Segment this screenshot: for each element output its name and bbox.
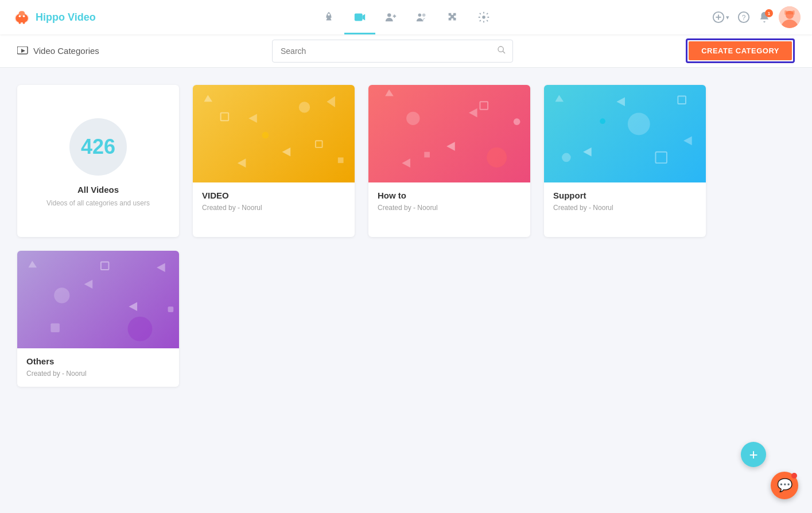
others-category-title: Others [26,356,170,366]
support-category-card[interactable]: Support Created by - Noorul [544,85,706,237]
categories-grid: 426 All Videos Videos of all categories … [17,85,706,237]
others-category-body: Others Created by - Noorul [17,348,179,387]
svg-marker-55 [683,136,692,145]
help-icon: ? [737,11,750,24]
svg-point-9 [387,13,391,17]
help-button[interactable]: ? [737,11,750,24]
svg-point-50 [628,113,650,135]
svg-rect-45 [514,118,520,125]
create-category-button[interactable]: CREATE CATEGORY [689,41,792,60]
svg-rect-58 [101,262,109,270]
howto-category-pattern [368,85,530,180]
main-content: 426 All Videos Videos of all categories … [0,68,812,513]
notifications-button[interactable]: 1 [758,11,771,24]
video-category-body: VIDEO Created by - Noorul [193,182,355,221]
svg-rect-40 [480,102,488,110]
svg-rect-61 [50,323,60,332]
nav-team-add[interactable] [375,0,406,34]
all-videos-card[interactable]: 426 All Videos Videos of all categories … [17,85,179,237]
svg-point-59 [54,287,69,303]
sub-header: Video Categories CREATE CATEGORY [0,34,812,68]
user-avatar[interactable] [779,6,801,28]
svg-rect-6 [23,21,25,24]
nav-video[interactable] [344,0,375,34]
logo-icon [11,7,32,28]
svg-point-14 [482,15,485,19]
nav-rocket[interactable] [313,0,344,34]
svg-rect-56 [600,118,605,124]
search-icon [497,45,506,57]
nav-settings[interactable] [468,0,499,34]
others-category-card[interactable]: Others Created by - Noorul [17,251,179,387]
notification-badge: 1 [765,9,773,17]
nav-users[interactable] [406,0,437,34]
svg-marker-53 [616,97,625,106]
rocket-icon [323,11,335,24]
others-category-pattern [17,251,179,345]
svg-rect-65 [168,306,174,312]
all-videos-circle: 426 [69,118,127,176]
plus-icon [712,11,725,24]
chat-fab-button[interactable]: 💬 [771,472,798,499]
svg-point-27 [498,46,503,52]
howto-category-title: How to [378,191,521,200]
settings-icon [477,11,490,24]
main-header: Hippo Video ▾ ? [0,0,812,34]
svg-point-35 [262,132,269,139]
others-category-thumb [17,251,179,348]
team-add-icon [384,11,397,24]
chat-badge [791,473,797,479]
video-category-creator: Created by - Noorul [202,204,345,212]
svg-marker-51 [583,147,592,157]
search-icon-svg [497,45,506,55]
video-icon [353,11,366,24]
support-category-creator: Created by - Noorul [553,204,697,212]
categories-grid-row2: Others Created by - Noorul [17,251,706,387]
page-title-area: Video Categories [17,46,99,56]
header-right: ▾ ? 1 [712,6,801,28]
video-category-thumb [193,85,355,182]
svg-rect-33 [316,141,323,147]
svg-point-31 [299,102,310,112]
svg-marker-60 [129,302,137,311]
all-videos-subtitle: Videos of all categories and users [46,199,150,207]
svg-marker-36 [327,96,335,107]
svg-rect-7 [354,14,362,21]
svg-point-43 [487,147,507,168]
svg-point-13 [422,14,425,17]
logo[interactable]: Hippo Video [11,7,96,28]
svg-marker-42 [446,142,455,151]
svg-marker-38 [248,114,257,123]
svg-rect-24 [792,10,795,15]
svg-marker-29 [204,95,212,102]
chat-icon: 💬 [777,478,792,493]
add-button[interactable]: ▾ [712,11,729,24]
all-videos-count: 426 [81,135,115,159]
create-button-wrapper: CREATE CATEGORY [686,38,795,63]
search-input[interactable] [272,40,513,63]
svg-point-63 [128,317,153,341]
svg-marker-64 [84,280,93,289]
svg-rect-5 [19,21,21,24]
svg-rect-23 [784,10,787,15]
support-category-thumb [544,85,706,182]
svg-marker-32 [282,147,291,157]
svg-point-41 [406,112,419,125]
puzzle-icon [446,11,459,24]
video-category-card[interactable]: VIDEO Created by - Noorul [193,85,355,237]
svg-marker-48 [555,95,564,102]
fab-button[interactable]: + [741,442,766,467]
logo-text: Hippo Video [36,11,96,24]
howto-category-thumb [368,85,530,182]
svg-marker-46 [469,108,477,118]
svg-rect-49 [678,96,686,104]
avatar-image [779,6,801,28]
howto-category-card[interactable]: How to Created by - Noorul [368,85,530,237]
support-category-pattern [544,85,706,180]
nav-integrations[interactable] [437,0,468,34]
main-nav [313,0,499,34]
support-category-body: Support Created by - Noorul [544,182,706,221]
svg-marker-8 [362,14,365,21]
svg-text:?: ? [742,14,746,22]
video-categories-icon [17,46,29,56]
